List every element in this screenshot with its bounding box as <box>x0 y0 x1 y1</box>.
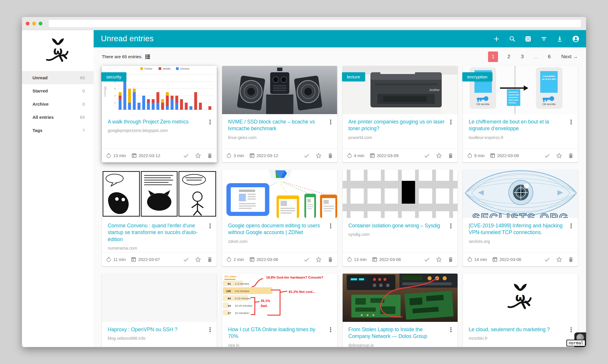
delete-icon[interactable] <box>568 256 574 263</box>
entry-title-link[interactable]: Haproxy : OpenVPN ou SSH ? <box>108 326 205 333</box>
star-icon[interactable] <box>195 256 201 263</box>
sidebar-item-all-entries[interactable]: All entries 65 <box>22 111 94 124</box>
kebab-menu-icon[interactable] <box>448 222 454 229</box>
svg-text:Consultation: Consultation <box>543 75 555 77</box>
zoom-button[interactable] <box>39 22 42 25</box>
star-icon[interactable] <box>195 152 201 159</box>
entry-thumbnail[interactable] <box>222 66 337 114</box>
export-download-icon[interactable] <box>556 35 563 42</box>
pagination-next[interactable]: Next → <box>561 54 578 60</box>
mark-read-icon[interactable] <box>544 152 550 159</box>
entry-title-link[interactable]: How I cut GTA Online loading times by 70… <box>228 326 325 340</box>
svg-text:brother: brother <box>430 88 440 92</box>
sidebar-item-starred[interactable]: Starred 0 <box>22 84 94 97</box>
kebab-menu-icon[interactable] <box>207 326 213 333</box>
entry-title-link[interactable]: NVME / SSD block cache – bcache vs lvmca… <box>228 119 325 132</box>
entry-thumbnail[interactable] <box>463 274 578 322</box>
entry-title-link[interactable]: Container isolation gone wrong – Sysdig <box>348 222 446 229</box>
url-bar[interactable] <box>49 20 581 27</box>
sidebar-item-unread[interactable]: Unread 65 <box>22 71 94 84</box>
add-entry-icon[interactable] <box>493 35 500 42</box>
star-icon[interactable] <box>315 152 322 159</box>
entry-title-link[interactable]: Comme Convenu : quand l'enfer d'une star… <box>108 222 205 243</box>
kebab-menu-icon[interactable] <box>328 326 333 333</box>
kebab-menu-icon[interactable] <box>328 119 333 125</box>
entry-footer: 4 min 2022-03-09 <box>343 148 458 162</box>
entry-date: 2022-03-12 <box>139 153 160 158</box>
kebab-menu-icon[interactable] <box>448 326 454 333</box>
svg-text:1-3 minutes: 1-3 minutes <box>235 282 249 285</box>
kebab-menu-icon[interactable] <box>207 119 213 125</box>
main-area: Unread entries There are 65 entries. 123… <box>94 30 586 347</box>
kebab-menu-icon[interactable] <box>448 119 454 125</box>
mark-read-icon[interactable] <box>303 152 310 159</box>
delete-icon[interactable] <box>207 256 213 263</box>
entry-title-link[interactable]: [CVE-2019-14899] Inferring and hijacking… <box>469 222 566 236</box>
svg-text:# of bugs: # of bugs <box>104 86 107 97</box>
pagination-page[interactable]: 1 <box>488 51 498 62</box>
mark-read-icon[interactable] <box>424 256 430 263</box>
entry-title-link[interactable]: Le chiffrement de bout en bout et la sig… <box>469 119 566 132</box>
close-button[interactable] <box>26 22 30 25</box>
star-icon[interactable] <box>315 256 322 263</box>
kebab-menu-icon[interactable] <box>569 119 574 125</box>
tag-badge[interactable]: encryption <box>462 72 492 81</box>
delete-icon[interactable] <box>448 256 454 263</box>
star-icon[interactable] <box>556 152 562 159</box>
delete-icon[interactable] <box>568 152 574 159</box>
entry-domain: googleprojectzero.blogspot.com <box>108 128 213 133</box>
entry-title-link[interactable]: A walk through Project Zero metrics <box>108 119 205 125</box>
list-view-icon[interactable] <box>145 54 150 59</box>
delete-icon[interactable] <box>207 152 213 159</box>
entry-thumbnail[interactable] <box>343 170 458 218</box>
delete-icon[interactable] <box>327 152 333 159</box>
star-icon[interactable] <box>556 256 562 263</box>
mark-read-icon[interactable] <box>424 152 430 159</box>
entry-thumbnail[interactable] <box>222 170 337 218</box>
tag-badge[interactable]: security <box>101 72 126 81</box>
sidebar-item-archive[interactable]: Archive 0 <box>22 97 94 111</box>
sidebar-item-tags[interactable]: Tags 7 <box>22 124 94 137</box>
entry-title-link[interactable]: Google opens document editing to users w… <box>228 222 325 236</box>
entry-title-link[interactable]: Are printer companies gouging us on lase… <box>348 119 446 132</box>
sidebar-item-label: All entries <box>32 115 80 120</box>
entry-thumbnail[interactable]: SECLISTS.ORG <box>463 170 578 218</box>
browser-chrome <box>22 17 586 30</box>
entry-title-link[interactable]: From Stolen Laptop to Inside the Company… <box>348 326 446 340</box>
random-entry-icon[interactable] <box>525 35 532 42</box>
delete-icon[interactable] <box>327 256 333 263</box>
entry-thumbnail[interactable]: 271 votes 511-3 minutes1253-6 minutes646… <box>222 274 337 322</box>
mark-read-icon[interactable] <box>183 256 189 263</box>
kebab-menu-icon[interactable] <box>569 326 574 333</box>
kebab-menu-icon[interactable] <box>207 222 213 229</box>
entry-thumbnail[interactable] <box>102 274 217 322</box>
app-logo[interactable] <box>22 30 94 71</box>
entry-title-link[interactable]: Le cloud, seulement du marketing ? <box>469 326 566 333</box>
star-icon[interactable] <box>436 152 442 159</box>
pagination-page[interactable]: 6 <box>547 54 552 60</box>
mark-read-icon[interactable] <box>544 256 550 263</box>
mark-read-icon[interactable] <box>303 256 310 263</box>
mark-read-icon[interactable] <box>183 152 189 159</box>
kebab-menu-icon[interactable] <box>569 222 574 229</box>
pagination-page[interactable]: 3 <box>520 54 525 60</box>
tag-badge[interactable]: lecture <box>342 72 365 81</box>
entry-thumbnail[interactable] <box>343 274 458 322</box>
sidebar-item-count: 65 <box>80 75 85 80</box>
kebab-menu-icon[interactable] <box>328 222 333 229</box>
delete-icon[interactable] <box>448 152 454 159</box>
pagination-page[interactable]: 2 <box>506 54 511 60</box>
sidebar-item-count: 0 <box>83 88 85 93</box>
browser-window: Unread 65 Starred 0 Archive 0 All entrie… <box>22 17 586 347</box>
entry-domain: zdnet.com <box>228 239 333 244</box>
minimize-button[interactable] <box>32 22 36 25</box>
search-icon[interactable] <box>509 35 516 42</box>
account-icon[interactable] <box>572 35 580 43</box>
kangaroo-logo-icon <box>44 37 71 64</box>
entries-count-text: There are 65 entries. <box>102 54 142 59</box>
star-icon[interactable] <box>436 256 442 263</box>
svg-text:14: 14 <box>228 304 231 307</box>
entry-thumbnail[interactable] <box>102 170 217 218</box>
reading-time: 13 min <box>113 153 126 158</box>
filter-icon[interactable] <box>540 35 547 42</box>
